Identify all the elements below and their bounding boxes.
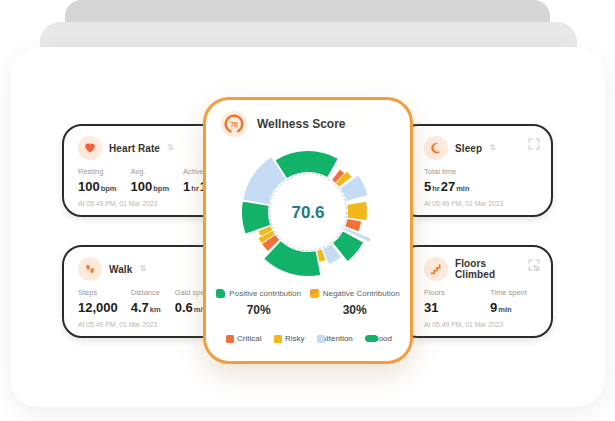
floors-header: Floors Climbed ⇅: [424, 257, 539, 281]
negative-percentage: 30%: [310, 303, 400, 317]
legend-critical: Critical: [226, 334, 261, 343]
stat-resting: Resting 100bpm: [78, 167, 118, 194]
moon-icon: [424, 136, 448, 160]
heart-rate-timestamp: At 05:49 PM, 01 Mar 2023: [78, 200, 157, 207]
footsteps-icon: [78, 257, 102, 281]
stat-steps: Steps 12,000: [78, 288, 118, 315]
floors-title: Floors Climbed: [455, 258, 525, 280]
sleep-timestamp: At 05:49 PM, 01 Mar 2023: [424, 200, 503, 207]
expand-icon[interactable]: [528, 257, 540, 275]
wellness-chart: 70.6: [206, 139, 410, 287]
positive-swatch-icon: [216, 289, 225, 298]
sleep-title: Sleep: [455, 143, 482, 154]
floors-climbed-card: Floors Climbed ⇅ Floors 31 Time spent 9m…: [398, 245, 553, 338]
floors-timestamp: At 05:49 PM, 01 Mar 2023: [424, 321, 503, 328]
wellness-header: 70 Wellness Score: [206, 100, 410, 139]
sort-icon[interactable]: ⇅: [139, 265, 146, 273]
walk-title: Walk: [109, 264, 132, 275]
risky-swatch-icon: [274, 335, 282, 343]
stairs-icon: [424, 257, 448, 281]
stat-avg: Avg. 100bpm: [131, 167, 171, 194]
heart-rate-title: Heart Rate: [109, 143, 160, 154]
severity-legend: Critical Risky Attention Good: [206, 334, 410, 343]
contribution-legend: Positive contribution 70% Negative Contr…: [206, 289, 410, 317]
wellness-score-value: 70.6: [291, 203, 324, 222]
gauge-icon: 70: [221, 111, 247, 137]
sort-icon[interactable]: ⇅: [167, 144, 174, 152]
legend-risky: Risky: [274, 334, 305, 343]
positive-contribution: Positive contribution 70%: [216, 289, 301, 317]
walk-timestamp: At 05:49 PM, 01 Mar 2023: [78, 321, 157, 328]
wellness-title: Wellness Score: [257, 117, 346, 131]
good-swatch-icon: [365, 335, 378, 342]
legend-good: Good: [365, 334, 392, 343]
wellness-score-card: 70 Wellness Score 70.6 Positive contribu…: [203, 97, 413, 364]
negative-swatch-icon: [310, 289, 319, 298]
dashboard-stage: Heart Rate ⇅ Resting 100bpm Avg. 100bpm …: [0, 0, 615, 421]
heart-icon: [78, 136, 102, 160]
expand-icon[interactable]: [528, 136, 540, 154]
stat-total-time: Total time 5hr27min: [424, 167, 471, 194]
attention-swatch-icon: [317, 335, 325, 343]
legend-attention: Attention: [317, 334, 353, 343]
sort-icon[interactable]: ⇅: [489, 144, 496, 152]
critical-swatch-icon: [226, 335, 234, 343]
stat-time-spent: Time spent 9min: [490, 288, 527, 315]
stat-floors: Floors 31: [424, 288, 490, 315]
sleep-card: Sleep ⇅ Total time 5hr27min At 05:49 PM,…: [398, 124, 553, 217]
svg-text:70: 70: [230, 121, 238, 128]
donut-segment-risky: [347, 202, 367, 220]
stat-distance: Distance 4.7km: [131, 288, 162, 315]
positive-percentage: 70%: [216, 303, 301, 317]
sleep-header: Sleep ⇅: [424, 136, 539, 160]
negative-contribution: Negative Contribution 30%: [310, 289, 400, 317]
